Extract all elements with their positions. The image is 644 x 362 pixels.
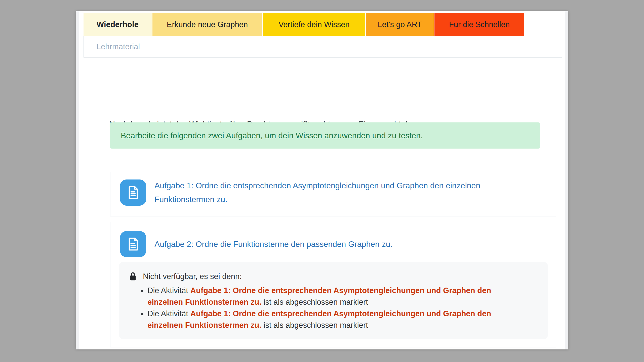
restriction-heading: Nicht verfügbar, es sei denn:	[143, 271, 242, 282]
restriction-item: Die Aktivität Aufgabe 1: Ordne die entsp…	[147, 308, 522, 331]
activity-title: Aufgabe 2: Ordne die Funktionsterme den …	[154, 237, 392, 251]
tab-vertiefe-dein-wissen[interactable]: Vertiefe dein Wissen	[263, 13, 365, 36]
activity-link-aufgabe-2[interactable]: Aufgabe 2: Ordne die Funktionsterme den …	[154, 231, 392, 257]
course-page: Wiederhole Erkunde neue Graphen Vertiefe…	[76, 11, 568, 349]
assignment-icon	[120, 179, 146, 206]
restriction-header: Nicht verfügbar, es sei denn:	[129, 271, 538, 282]
activity-title: Aufgabe 1: Ordne die entsprechenden Asym…	[154, 179, 517, 206]
assignment-icon	[120, 231, 146, 257]
tab-label: Erkunde neue Graphen	[167, 20, 248, 29]
tab-lets-go-art[interactable]: Let's go ART	[366, 13, 434, 36]
activity-card-aufgabe-2: Aufgabe 2: Ordne die Funktionsterme den …	[110, 222, 556, 347]
tab-erkunde-neue-graphen[interactable]: Erkunde neue Graphen	[152, 13, 262, 36]
lock-icon	[129, 272, 137, 281]
tab-fuer-die-schnellen[interactable]: Für die Schnellen	[434, 13, 524, 36]
right-scrollbar-gutter[interactable]	[565, 11, 568, 349]
left-page-gutter	[76, 11, 79, 349]
tab-label: Let's go ART	[378, 20, 422, 29]
success-alert: Bearbeite die folgenden zwei Aufgaben, u…	[110, 122, 540, 149]
tab-label: Vertiefe dein Wissen	[278, 20, 350, 29]
tab-label: Für die Schnellen	[449, 20, 510, 29]
tab-label: Wiederhole	[97, 20, 139, 29]
topic-tab-bar: Wiederhole Erkunde neue Graphen Vertiefe…	[84, 13, 524, 36]
restriction-suffix: ist als abgeschlossen markiert	[261, 321, 368, 330]
tab-label: Lehrmaterial	[97, 42, 140, 51]
activity-card-aufgabe-1: Aufgabe 1: Ordne die entsprechenden Asym…	[110, 172, 556, 216]
screen: Wiederhole Erkunde neue Graphen Vertiefe…	[0, 0, 644, 362]
success-alert-text: Bearbeite die folgenden zwei Aufgaben, u…	[121, 131, 423, 140]
restriction-prefix: Die Aktivität	[147, 286, 190, 295]
topic-tab-bar-row2: Lehrmaterial	[84, 36, 562, 58]
activity-link-aufgabe-1[interactable]: Aufgabe 1: Ordne die entsprechenden Asym…	[154, 179, 517, 206]
restriction-suffix: ist als abgeschlossen markiert	[261, 298, 368, 306]
restriction-list: Die Aktivität Aufgabe 1: Ordne die entsp…	[129, 285, 538, 331]
restriction-item: Die Aktivität Aufgabe 1: Ordne die entsp…	[147, 285, 522, 308]
tab-lehrmaterial[interactable]: Lehrmaterial	[84, 36, 153, 57]
tab-wiederhole[interactable]: Wiederhole	[84, 13, 152, 36]
availability-restriction-box: Nicht verfügbar, es sei denn: Die Aktivi…	[119, 262, 548, 339]
restriction-prefix: Die Aktivität	[147, 309, 190, 318]
